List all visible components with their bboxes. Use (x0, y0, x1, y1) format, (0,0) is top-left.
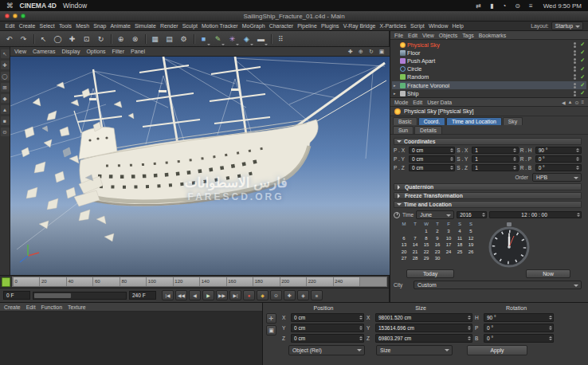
object-row[interactable]: ▸ Random ✓ (392, 73, 586, 81)
calendar-day[interactable]: 8 (421, 235, 432, 242)
visibility-dots[interactable] (574, 83, 576, 88)
object-row[interactable]: ▸ Floor ✓ (392, 49, 586, 57)
object-row[interactable]: ▸ Push Apart ✓ (392, 57, 586, 65)
viewport-menu-item[interactable]: Display (61, 49, 80, 54)
status-icon[interactable]: ⇄ (476, 2, 481, 10)
section-header-time-location[interactable]: Time and Location (394, 201, 582, 208)
stepper[interactable] (449, 155, 453, 163)
stepper[interactable] (513, 155, 517, 163)
stepper[interactable] (576, 155, 580, 163)
viewport-nav-icon[interactable]: ⊕ (357, 48, 365, 56)
analog-clock[interactable] (486, 222, 532, 268)
stepper[interactable] (481, 211, 485, 218)
toolbar-icon[interactable]: ◯ (51, 33, 65, 45)
viewport-nav-icon[interactable]: ✚ (347, 48, 355, 56)
playback-button[interactable]: ▶| (229, 290, 241, 300)
calendar-day[interactable]: 14 (410, 241, 421, 249)
position-value-field[interactable]: 0 cm (291, 324, 364, 332)
object-manager-menu-item[interactable]: Tags (462, 33, 474, 38)
viewport-menu-item[interactable]: Options (86, 49, 105, 54)
apply-button[interactable]: Apply (467, 345, 527, 355)
menu-item[interactable]: Snap (92, 23, 108, 29)
toolbar-icon[interactable] (143, 33, 147, 45)
stepper[interactable] (467, 324, 471, 332)
size-value-field[interactable]: 98001.520 cm (375, 313, 472, 322)
mode-tool-icon[interactable]: ▲ (1, 105, 10, 114)
calendar-day[interactable]: 7 (410, 235, 421, 242)
object-label[interactable]: Push Apart (407, 57, 572, 65)
macos-app-name[interactable]: CINEMA 4D (20, 2, 57, 10)
rotation-field[interactable]: 0 ° (535, 155, 582, 163)
enabled-check-icon[interactable]: ✓ (580, 49, 585, 56)
rotation-field[interactable]: 90 ° (535, 147, 582, 154)
section-header-freeze[interactable]: Freeze Transformation (394, 192, 582, 199)
toolbar-icon[interactable]: ↖ (37, 33, 50, 45)
viewport-nav-icon[interactable]: ↻ (367, 48, 375, 56)
toolbar-icon[interactable]: ↻ (94, 33, 108, 45)
coordinate-mode-icon[interactable]: ▣ (266, 325, 276, 336)
enabled-check-icon[interactable]: ✓ (580, 82, 585, 88)
attribute-tab[interactable]: Sun (393, 126, 414, 134)
toolbar-icon[interactable]: ✎ (211, 33, 225, 45)
mode-tool-icon[interactable]: ⊞ (1, 83, 10, 92)
calendar-day[interactable]: 17 (443, 241, 454, 249)
object-row[interactable]: ▸ Ship ✓ (392, 89, 586, 97)
playback-button[interactable]: ◆ (257, 290, 269, 300)
stepper[interactable] (576, 147, 580, 154)
object-row[interactable]: ▸ Physical Sky ✓ (392, 41, 586, 49)
material-list-area[interactable] (0, 312, 262, 365)
menu-item[interactable]: Motion Tracker (200, 23, 241, 29)
position-value-field[interactable]: 0 cm (291, 334, 364, 343)
menu-item[interactable]: Plugins (319, 23, 341, 29)
toolbar-icon[interactable] (191, 33, 196, 45)
object-label[interactable]: Random (407, 73, 572, 80)
playback-button[interactable]: ▶ (202, 290, 214, 300)
toolbar-icon[interactable]: ↶ (2, 33, 16, 45)
playback-button[interactable]: ◈ (297, 290, 309, 300)
frame-tick[interactable]: 100 (146, 277, 172, 286)
city-dropdown[interactable]: Custom (414, 281, 582, 289)
size-mode-dropdown[interactable]: Size (376, 345, 453, 355)
calendar-day[interactable]: 18 (454, 241, 465, 249)
playback-button[interactable]: ▶▶ (216, 290, 228, 300)
playback-button[interactable]: ⊙ (270, 290, 282, 300)
attribute-menu-item[interactable]: Mode (394, 100, 408, 105)
toolbar-icon[interactable]: ↷ (17, 33, 30, 45)
stepper[interactable] (548, 324, 552, 332)
menu-item[interactable]: MoGraph (240, 23, 267, 29)
current-frame-marker[interactable] (2, 277, 10, 287)
frame-tick[interactable]: 60 (92, 277, 119, 286)
visibility-dots[interactable] (574, 58, 576, 64)
order-dropdown[interactable]: HPB (532, 173, 582, 182)
toolbar-icon[interactable]: ▤ (163, 33, 176, 45)
section-header-quaternion[interactable]: Quaternion (394, 183, 582, 190)
object-mode-dropdown[interactable]: Object (Rel) (288, 345, 365, 355)
rotation-value-field[interactable]: 0 ° (484, 334, 554, 343)
calendar-day[interactable]: 25 (454, 249, 465, 256)
frame-tick[interactable]: 0 (13, 277, 39, 286)
frame-tick[interactable]: 180 (253, 277, 279, 286)
enabled-check-icon[interactable]: ✓ (580, 57, 585, 64)
enabled-check-icon[interactable]: ✓ (580, 66, 585, 73)
calendar-day[interactable]: 13 (398, 241, 410, 249)
section-header-coordinates[interactable]: Coordinates (394, 138, 582, 145)
end-frame-field[interactable]: 240 F (129, 291, 156, 300)
stepper[interactable] (359, 314, 363, 321)
calendar-day[interactable] (443, 255, 454, 262)
toolbar-icon[interactable] (108, 33, 113, 45)
status-icon[interactable]: ⊙ (515, 2, 520, 10)
playback-button[interactable]: ◀ (189, 290, 201, 300)
frame-tick[interactable]: 240 (333, 277, 359, 286)
toolbar-icon[interactable] (269, 33, 273, 45)
calendar-day[interactable]: 27 (398, 255, 410, 262)
object-label[interactable]: Fracture Voronoi (407, 82, 572, 89)
mode-tool-icon[interactable]: ↖ (1, 49, 10, 58)
rotation-value-field[interactable]: 0 ° (484, 324, 554, 332)
frame-tick[interactable]: 220 (306, 277, 332, 286)
status-icon[interactable]: ◔ (502, 2, 506, 10)
position-field[interactable]: 0 cm (409, 147, 455, 154)
attribute-menu-item[interactable]: Edit (413, 100, 422, 105)
material-menu-item[interactable]: Edit (26, 304, 36, 310)
enabled-check-icon[interactable]: ✓ (580, 41, 585, 48)
stepper[interactable] (576, 164, 580, 171)
